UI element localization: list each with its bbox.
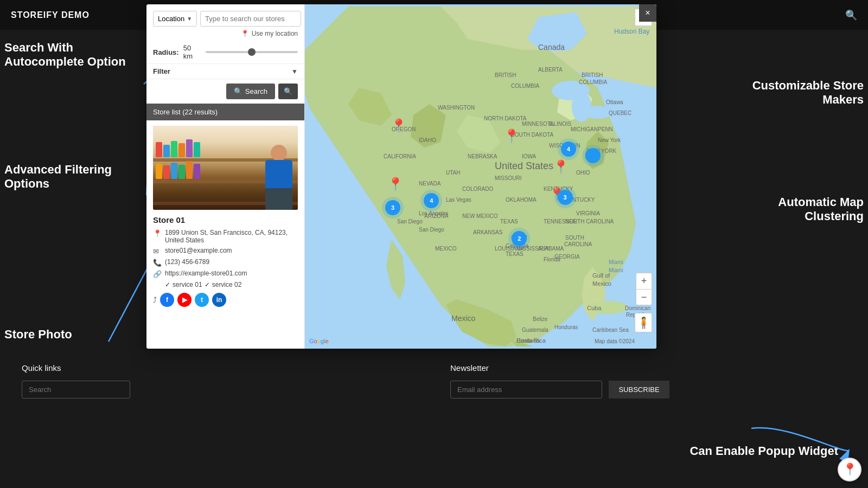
- svg-text:BRITISH: BRITISH: [495, 72, 516, 78]
- svg-text:IDAHO: IDAHO: [419, 137, 436, 143]
- svg-text:Mexico: Mexico: [592, 280, 611, 287]
- svg-point-17: [572, 92, 591, 122]
- map-marker-3: 📍: [387, 177, 398, 191]
- footer-email-input[interactable]: [450, 381, 602, 399]
- cluster-3a[interactable]: 3: [385, 200, 400, 215]
- person-shirt: [265, 160, 292, 190]
- store-list-header: Store list (22 results): [146, 104, 304, 120]
- popup-widget-button[interactable]: 📍: [838, 458, 861, 481]
- footer-search-input[interactable]: [22, 381, 130, 399]
- svg-text:CALIFORNIA: CALIFORNIA: [384, 153, 416, 159]
- radius-row: Radius: 50 km: [146, 41, 304, 63]
- cluster-3b[interactable]: 3: [558, 190, 573, 205]
- footer: Quick links Newsletter SUBSCRIBE: [0, 350, 868, 488]
- service-2-label: service 02: [212, 281, 242, 288]
- map-background: Canada United States Mexico Gulf of Mexi…: [305, 4, 656, 349]
- zoom-out-button[interactable]: −: [636, 289, 652, 305]
- svg-text:San Diego: San Diego: [419, 227, 444, 233]
- store-phone: (123) 456-6789: [165, 258, 209, 266]
- cluster-4[interactable]: 4: [561, 142, 576, 157]
- svg-text:UTAH: UTAH: [446, 170, 460, 176]
- svg-text:United States: United States: [495, 160, 553, 171]
- svg-text:Los Angeles: Los Angeles: [419, 210, 449, 216]
- left-panel: Location ▼ 📍 Use my location Radius: 50 …: [146, 4, 305, 349]
- annotation-filtering: Advanced Filtering Options: [4, 163, 135, 191]
- svg-text:CAROLINA: CAROLINA: [564, 241, 592, 247]
- store-locator-modal: × Location ▼ 📍 Use my location Radius: 5…: [146, 4, 656, 349]
- use-my-location[interactable]: 📍 Use my location: [146, 27, 304, 41]
- svg-text:TEXAS: TEXAS: [506, 251, 524, 257]
- search-row: Location ▼: [146, 4, 304, 27]
- map-terms: Map data ©2024: [595, 338, 635, 344]
- street-view-button[interactable]: 🧍: [635, 313, 652, 332]
- store-person: [260, 145, 298, 210]
- store-address: 1899 Union St, San Francisco, CA, 94123,…: [165, 229, 298, 244]
- cluster-ny[interactable]: [585, 148, 601, 163]
- svg-text:NORTH DAKOTA: NORTH DAKOTA: [484, 115, 527, 121]
- annotation-store-photo: Store Photo: [4, 328, 72, 342]
- store-email-row: ✉ store01@example.com: [153, 247, 298, 255]
- location-label: Location: [158, 15, 184, 23]
- annotation-store-makers: Customizable Store Makers: [744, 79, 864, 107]
- zoom-controls: + −: [636, 273, 652, 305]
- google-logo: Google: [309, 338, 329, 344]
- map-panel: Canada United States Mexico Gulf of Mexi…: [305, 4, 656, 349]
- magnify-icon: 🔍: [234, 87, 242, 95]
- store-website-row: 🔗 https://example-store01.com: [153, 269, 298, 278]
- facebook-icon[interactable]: f: [160, 293, 174, 307]
- svg-point-18: [584, 106, 611, 119]
- app-title: STOREIFY DEMO: [11, 10, 90, 20]
- person-head: [271, 145, 287, 161]
- svg-text:New York: New York: [598, 137, 621, 143]
- map-marker-1: 📍: [391, 118, 401, 132]
- share-icon[interactable]: ⤴: [153, 296, 157, 304]
- svg-text:Belize: Belize: [533, 316, 548, 322]
- svg-text:ALABAMA: ALABAMA: [538, 246, 564, 252]
- link-icon: 🔗: [153, 270, 162, 278]
- store-list: Store 01 📍 1899 Union St, San Francisco,…: [146, 120, 304, 349]
- cluster-4b[interactable]: 4: [424, 193, 439, 208]
- store-name: Store 01: [153, 215, 298, 224]
- zoom-in-button[interactable]: +: [636, 273, 652, 289]
- svg-text:Ottawa: Ottawa: [606, 99, 623, 105]
- radius-label: Radius:: [153, 48, 179, 56]
- svg-text:Costa Rica: Costa Rica: [516, 337, 546, 344]
- chevron-down-icon: ▼: [187, 16, 192, 22]
- footer-newsletter: Newsletter SUBSCRIBE: [450, 363, 846, 474]
- subscribe-button[interactable]: SUBSCRIBE: [609, 381, 669, 399]
- location-widget-icon: 📍: [843, 463, 857, 477]
- map-marker-4: 📍: [553, 159, 564, 174]
- footer-quick-links: Quick links: [22, 363, 418, 474]
- store-email: store01@example.com: [165, 247, 232, 254]
- radius-slider[interactable]: [206, 51, 298, 53]
- svg-text:VIRGINIA: VIRGINIA: [576, 210, 600, 216]
- svg-text:ALBERTA: ALBERTA: [538, 67, 563, 73]
- svg-text:Gulf of: Gulf of: [592, 272, 610, 279]
- svg-text:SOUTH: SOUTH: [565, 235, 584, 241]
- svg-text:MISSOURI: MISSOURI: [495, 175, 521, 181]
- radius-value: 50 km: [183, 44, 201, 60]
- svg-text:BRITISH: BRITISH: [582, 72, 603, 78]
- search-buttons-row: 🔍 Search 🔍: [146, 79, 304, 104]
- modal-close-button[interactable]: ×: [639, 4, 656, 22]
- filter-row[interactable]: Filter ▼: [146, 63, 304, 79]
- person-legs: [265, 188, 292, 210]
- linkedin-icon[interactable]: in: [212, 293, 226, 307]
- store-search-input[interactable]: [200, 11, 301, 27]
- twitter-icon[interactable]: t: [195, 293, 209, 307]
- svg-text:GEORGIA: GEORGIA: [554, 254, 580, 260]
- service-check-2: ✓: [205, 281, 210, 288]
- annotation-search-autocomplete: Search With Autocomplete Option: [4, 41, 145, 69]
- cluster-2[interactable]: 2: [512, 231, 527, 246]
- store-services: ✓ service 01 ✓ service 02: [153, 281, 298, 288]
- store-address-row: 📍 1899 Union St, San Francisco, CA, 9412…: [153, 229, 298, 244]
- search-icon[interactable]: 🔍: [845, 9, 857, 21]
- youtube-icon[interactable]: ▶: [177, 293, 192, 307]
- svg-text:NEVADA: NEVADA: [419, 181, 441, 187]
- svg-text:MICHIGAN: MICHIGAN: [571, 126, 598, 132]
- search-icon-button[interactable]: 🔍: [278, 84, 298, 99]
- store-photo: [153, 126, 298, 210]
- location-dropdown[interactable]: Location ▼: [153, 11, 197, 27]
- svg-text:Mexico: Mexico: [451, 314, 476, 323]
- search-button[interactable]: 🔍 Search: [226, 84, 275, 99]
